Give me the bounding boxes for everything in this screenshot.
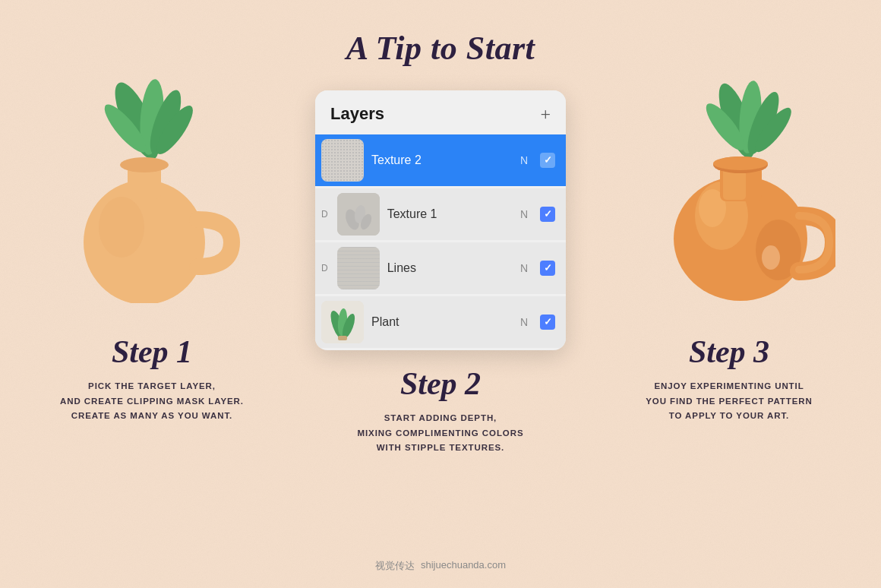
step-2-column: Layers + Texture 2 N D — [311, 75, 570, 456]
step-1-label: Step 1 — [112, 334, 192, 370]
svg-rect-17 — [338, 336, 347, 340]
layer-thumb-lines — [337, 247, 380, 289]
layer-mode-plant: N — [520, 316, 528, 328]
layer-thumb-texture2 — [321, 139, 364, 182]
layer-name-lines: Lines — [387, 261, 513, 275]
layer-thumb-texture1 — [337, 193, 380, 236]
vase-illustration-1 — [46, 75, 258, 311]
footer-website: shijuechuanda.com — [421, 559, 506, 573]
step-2-label: Step 2 — [400, 365, 481, 402]
step-1-column: Step 1 PICK THE TARGET LAYER,AND CREATE … — [23, 75, 281, 424]
step-3-desc: ENJOY EXPERIMENTING UNTILYOU FIND THE PE… — [646, 379, 813, 424]
step-3-label: Step 3 — [689, 334, 769, 370]
layers-add-button[interactable]: + — [540, 105, 551, 123]
step-3-column: Step 3 ENJOY EXPERIMENTING UNTILYOU FIND… — [600, 75, 858, 424]
page-title: A Tip to Start — [0, 0, 881, 68]
layer-visibility-texture2[interactable] — [540, 153, 555, 168]
footer-brand: 视觉传达 — [375, 559, 415, 573]
layer-row-lines[interactable]: D Lines N — [315, 242, 566, 294]
layer-name-texture2: Texture 2 — [371, 153, 513, 167]
layer-mode-texture1: N — [520, 208, 528, 220]
layer-visibility-texture1[interactable] — [540, 207, 555, 222]
layers-panel: Layers + Texture 2 N D — [315, 90, 566, 350]
vase-illustration-2 — [623, 75, 835, 311]
svg-point-30 — [713, 156, 768, 170]
layer-thumb-plant — [321, 301, 364, 343]
svg-point-31 — [762, 245, 780, 270]
layer-row-texture2[interactable]: Texture 2 N — [315, 134, 566, 186]
layer-mode-lines: N — [520, 262, 528, 274]
step-1-desc: PICK THE TARGET LAYER,AND CREATE CLIPPIN… — [60, 379, 244, 424]
layers-header: Layers + — [315, 90, 566, 134]
layers-title: Layers — [330, 104, 384, 124]
layer-mode-texture2: N — [520, 154, 528, 166]
layer-name-texture1: Texture 1 — [387, 207, 513, 221]
layer-row-plant[interactable]: Plant N — [315, 296, 566, 348]
layer-name-plant: Plant — [371, 315, 513, 329]
layer-row-texture1[interactable]: D Texture 1 N — [315, 188, 566, 240]
layer-visibility-lines[interactable] — [540, 261, 555, 276]
svg-point-8 — [99, 197, 144, 258]
layer-visibility-plant[interactable] — [540, 315, 555, 330]
svg-point-7 — [120, 157, 169, 172]
step-2-desc: START ADDING DEPTH,MIXING COMPLIMENTING … — [357, 411, 523, 456]
footer: 视觉传达 shijuechuanda.com — [375, 559, 506, 573]
